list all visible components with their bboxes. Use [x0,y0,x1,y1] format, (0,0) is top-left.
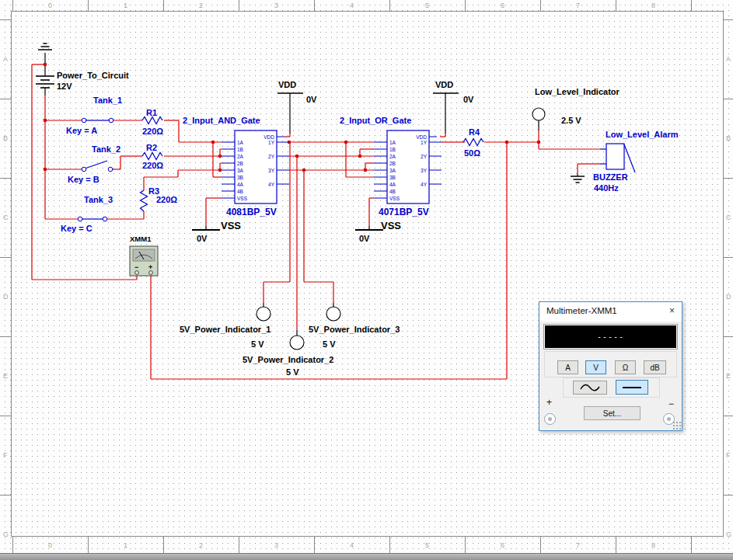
junction-dot [218,155,222,158]
mode-button-A[interactable]: A [557,360,578,374]
junction-dot [302,169,306,172]
ruler-line [540,536,541,553]
power-indicator-3[interactable] [326,307,340,321]
ruler-line [0,495,11,496]
switch-key-b[interactable] [108,167,113,172]
resistor-R3[interactable] [141,190,148,211]
ruler-line [465,0,466,11]
switch-key-c[interactable] [78,217,82,221]
component-label: Tank_1 [93,96,122,105]
resistor-R2[interactable] [142,153,162,160]
dialog-titlebar[interactable]: Multimeter-XMM1 × [539,302,682,322]
component-label: Low_Level_Alarm [606,130,679,139]
component-label: 220Ω [156,195,177,204]
dc-waveform-button[interactable] [616,380,648,395]
junction-dot [537,141,541,144]
ruler-label: 6 [501,2,504,9]
component-label: 2_Input_OR_Gate [340,116,411,125]
mode-button-dB[interactable]: dB [644,360,666,374]
resistor-R1[interactable] [142,117,162,124]
component-label: 0V [359,234,370,243]
ruler-line [88,0,89,11]
pin-label-4A: 4A [237,182,244,187]
ruler-label: C [726,214,731,221]
ruler-line [12,536,13,553]
junction-dot [44,63,47,67]
pin-label-3A: 3A [389,168,396,173]
ruler-line [723,257,733,258]
pin-label-1Y: 1Y [421,140,428,145]
xmm1-instrument-minus-terminal[interactable] [135,271,139,275]
component-label: 0V [197,234,208,243]
ruler-line [616,536,616,553]
component-label: Power_To_Circuit [57,71,129,80]
horizontal-scrollbar[interactable] [0,553,733,560]
schematic-canvas[interactable]: 1A1B2A2B3A3B4A4BVSSVDD1Y2Y3Y4Y1A1B2A2B3A… [0,0,733,560]
junction-dot [295,155,299,158]
junction-dot [44,119,47,123]
ruler-line [0,99,11,99]
pin-label-2B: 2B [389,161,396,166]
ruler-label: 6 [501,541,504,549]
close-icon[interactable]: × [669,305,675,316]
pin-label-4B: 4B [237,189,243,194]
ruler-line [0,336,11,337]
ruler-line [314,536,315,553]
component-label: 5 V [323,339,336,349]
component-label: 5V_Power_Indicator_1 [180,325,271,334]
ruler-line [723,19,733,20]
mode-button-Ω[interactable]: Ω [615,360,636,374]
dialog-title: Multimeter-XMM1 [546,306,617,315]
switch-key-a[interactable] [109,118,113,123]
ruler-line [0,257,11,258]
pin-label-1A: 1A [237,140,244,145]
ruler-line [163,536,164,553]
buzzer[interactable] [606,144,624,169]
pin-label-2Y: 2Y [421,154,428,159]
mode-button-V[interactable]: V [585,360,606,374]
pin-label-2A: 2A [237,154,244,159]
multimeter-dialog[interactable]: Multimeter-XMM1 × ----- AVΩdB + − Set... [539,301,682,431]
component-label: 5 V [286,367,299,377]
component-label: BUZZER [593,172,628,182]
buzzer[interactable] [624,144,635,172]
component-label: R2 [146,143,157,152]
set-button[interactable]: Set... [584,406,641,420]
component-label: VDD [278,80,296,89]
xmm1-instrument-plus-terminal[interactable] [149,271,153,275]
ruler-line [389,0,390,11]
resize-grip[interactable] [672,421,681,430]
pin-label-3B: 3B [389,175,396,180]
pin-label-2A: 2A [389,154,396,159]
junction-dot [358,155,362,158]
switch-key-b-blade[interactable] [86,161,108,169]
ruler-label: A [3,55,8,63]
component-label: 220Ω [142,127,163,136]
ruler-label: 5 [425,2,429,9]
switch-key-c[interactable] [103,217,107,221]
low-level-indicator[interactable] [532,108,545,120]
power-indicator-2[interactable] [290,336,304,350]
ruler-label: 1 [124,541,127,549]
ruler-line [723,99,733,99]
ruler-label: A [726,55,731,63]
multimeter-display-frame: ----- [543,324,678,350]
pin-label-VSS: VSS [237,196,248,201]
pin-label-3A: 3A [237,168,244,173]
component-label: 220Ω [142,161,163,170]
pin-label-3Y: 3Y [421,168,428,173]
ruler-label: 8 [651,541,655,549]
ac-waveform-button[interactable] [573,381,607,395]
power-indicator-1[interactable] [257,307,271,321]
positive-terminal[interactable] [544,413,556,425]
resistor-R4[interactable] [463,139,483,146]
ruler-label: 2 [199,2,203,9]
pin-label-4A: 4A [389,182,396,187]
pin-label-4Y: 4Y [421,182,428,187]
component-label: Low_Level_Indicator [535,87,620,96]
ruler-label: 7 [576,541,580,549]
switch-key-a[interactable] [82,118,86,123]
switch-key-b[interactable] [82,167,86,172]
component-label: 50Ω [464,148,480,158]
component-label: 5 V [251,339,264,349]
